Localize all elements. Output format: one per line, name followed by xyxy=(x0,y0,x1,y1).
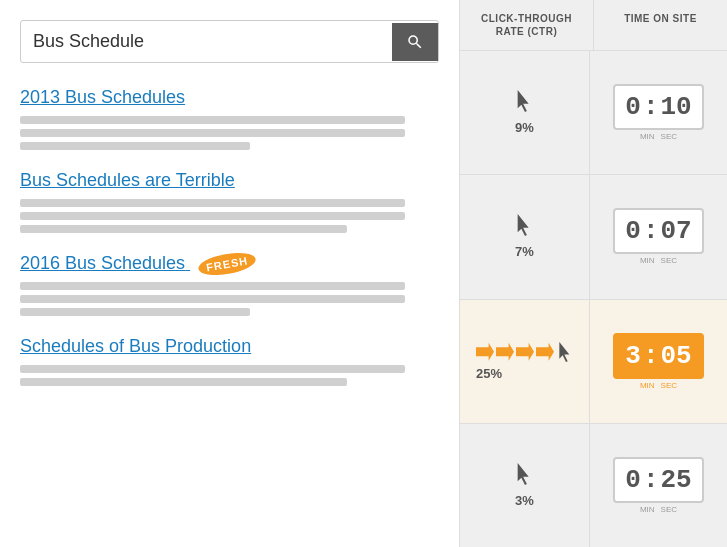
time-min-3: 3 xyxy=(625,343,641,369)
ctr-header: CLICK-THROUGH RATE (CTR) xyxy=(460,0,594,50)
search-input[interactable] xyxy=(21,21,392,62)
result-item-2: Bus Schedules are Terrible xyxy=(20,170,439,233)
result-item-3: 2016 Bus Schedules FRESH xyxy=(20,253,439,316)
time-cell-4: 0 : 25 MIN SEC xyxy=(590,424,727,547)
time-display-4: 0 : 25 xyxy=(613,457,703,503)
search-bar xyxy=(20,20,439,63)
result-line xyxy=(20,129,405,137)
result-lines-1 xyxy=(20,116,439,150)
result-lines-3 xyxy=(20,282,439,316)
right-row-1: 9% 0 : 10 MIN SEC xyxy=(460,51,727,175)
sec-label-3: SEC xyxy=(661,381,677,390)
right-row-2: 7% 0 : 07 MIN SEC xyxy=(460,175,727,299)
sec-label-2: SEC xyxy=(661,256,677,265)
result-line xyxy=(20,142,250,150)
time-header: TIME ON SITE xyxy=(594,0,727,50)
time-wrapper-3: 3 : 05 MIN SEC xyxy=(613,333,703,390)
right-row-4: 3% 0 : 25 MIN SEC xyxy=(460,424,727,547)
result-line xyxy=(20,282,405,290)
result-item-1: 2013 Bus Schedules xyxy=(20,87,439,150)
sec-label-4: SEC xyxy=(661,505,677,514)
time-display-3: 3 : 05 xyxy=(613,333,703,379)
time-sec-2: 07 xyxy=(661,218,692,244)
time-colon-3: : xyxy=(643,341,659,371)
result-line xyxy=(20,199,405,207)
result-line xyxy=(20,295,405,303)
result-lines-2 xyxy=(20,199,439,233)
time-colon-2: : xyxy=(643,216,659,246)
result-item-4: Schedules of Bus Production xyxy=(20,336,439,386)
min-label-4: MIN xyxy=(640,505,655,514)
time-colon-4: : xyxy=(643,465,659,495)
time-labels-2: MIN SEC xyxy=(640,256,677,265)
sec-label-1: SEC xyxy=(661,132,677,141)
ctr-cell-2: 7% xyxy=(460,175,590,298)
ctr-cell-1: 9% xyxy=(460,51,590,174)
ctr-cell-4: 3% xyxy=(460,424,590,547)
min-label-3: MIN xyxy=(640,381,655,390)
time-labels-1: MIN SEC xyxy=(640,132,677,141)
result-line xyxy=(20,212,405,220)
search-button[interactable] xyxy=(392,23,438,61)
time-display-2: 0 : 07 xyxy=(613,208,703,254)
result-lines-4 xyxy=(20,365,439,386)
time-min-1: 0 xyxy=(625,94,641,120)
min-label-1: MIN xyxy=(640,132,655,141)
fresh-badge: FRESH xyxy=(197,249,258,279)
right-rows: 9% 0 : 10 MIN SEC xyxy=(460,51,727,547)
cursor-icon-2 xyxy=(514,214,536,240)
result-line xyxy=(20,308,250,316)
ctr-cell-3: 25% xyxy=(460,300,590,423)
right-header: CLICK-THROUGH RATE (CTR) TIME ON SITE xyxy=(460,0,727,51)
ctr-percent-2: 7% xyxy=(515,244,534,259)
time-colon-1: : xyxy=(643,92,659,122)
time-cell-1: 0 : 10 MIN SEC xyxy=(590,51,727,174)
ctr-percent-1: 9% xyxy=(515,120,534,135)
result-title-4[interactable]: Schedules of Bus Production xyxy=(20,336,439,357)
right-row-3: 25% 3 : 05 MIN SEC xyxy=(460,300,727,424)
time-wrapper-2: 0 : 07 MIN SEC xyxy=(613,208,703,265)
ctr-arrows-3 xyxy=(476,342,576,362)
min-label-2: MIN xyxy=(640,256,655,265)
time-labels-4: MIN SEC xyxy=(640,505,677,514)
result-title-1[interactable]: 2013 Bus Schedules xyxy=(20,87,439,108)
time-labels-3: MIN SEC xyxy=(640,381,677,390)
time-wrapper-1: 0 : 10 MIN SEC xyxy=(613,84,703,141)
bar-arrow xyxy=(536,343,554,361)
bar-arrow xyxy=(476,343,494,361)
time-sec-1: 10 xyxy=(661,94,692,120)
search-icon xyxy=(406,33,424,51)
bar-arrow xyxy=(516,343,534,361)
ctr-bar-3: 25% xyxy=(468,308,581,415)
result-line xyxy=(20,225,347,233)
result-line xyxy=(20,365,405,373)
cursor-icon-4 xyxy=(514,463,536,489)
time-wrapper-4: 0 : 25 MIN SEC xyxy=(613,457,703,514)
result-line xyxy=(20,378,347,386)
left-panel: 2013 Bus Schedules Bus Schedules are Ter… xyxy=(0,0,460,547)
time-sec-4: 25 xyxy=(661,467,692,493)
time-cell-3: 3 : 05 MIN SEC xyxy=(590,300,727,423)
time-display-1: 0 : 10 xyxy=(613,84,703,130)
bar-arrow xyxy=(496,343,514,361)
time-sec-3: 05 xyxy=(661,343,692,369)
ctr-percent-4: 3% xyxy=(515,493,534,508)
time-min-4: 0 xyxy=(625,467,641,493)
result-title-3[interactable]: 2016 Bus Schedules FRESH xyxy=(20,253,439,274)
time-cell-2: 0 : 07 MIN SEC xyxy=(590,175,727,298)
result-line xyxy=(20,116,405,124)
result-title-2[interactable]: Bus Schedules are Terrible xyxy=(20,170,439,191)
ctr-percent-3: 25% xyxy=(476,366,502,381)
right-panel: CLICK-THROUGH RATE (CTR) TIME ON SITE 9%… xyxy=(460,0,727,547)
cursor-icon-1 xyxy=(514,90,536,116)
time-min-2: 0 xyxy=(625,218,641,244)
